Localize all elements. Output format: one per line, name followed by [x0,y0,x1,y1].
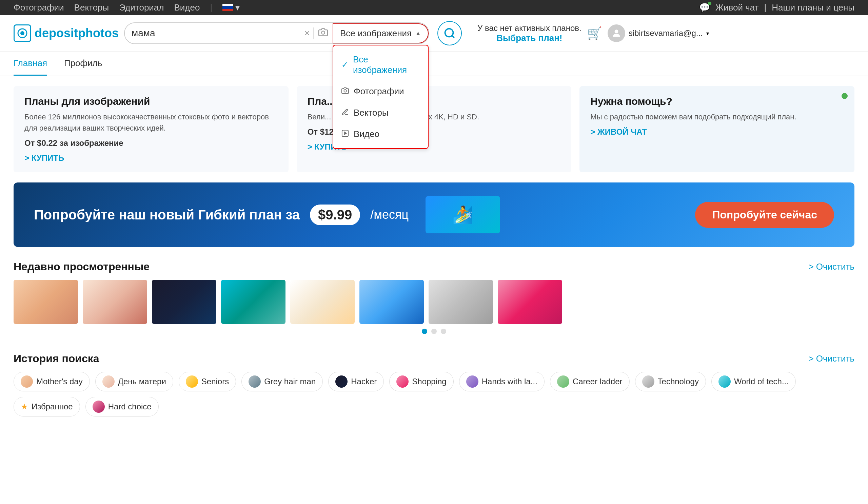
dot-3[interactable] [441,329,446,334]
help-online-dot [841,93,848,99]
chip-label-6: Hands with la... [482,377,537,386]
svg-point-2 [321,31,324,34]
promo-banner: Попробуйте наш новый Гибкий план за $9.9… [13,183,855,247]
user-menu[interactable]: sibirtsevamaria@g... ▾ [608,24,709,42]
header: depositphotos × Все изображения ▲ ✓ Все … [0,15,868,52]
chip-label-5: Shopping [412,377,446,386]
chip-den-materi[interactable]: День матери [95,372,173,391]
nav-vectors[interactable]: Векторы [74,2,109,13]
svg-point-6 [445,29,453,37]
plan-buy-link[interactable]: Выбрать план! [496,33,562,43]
cart-icon[interactable]: 🛒 [587,26,602,40]
banner-cta-button[interactable]: Попробуйте сейчас [695,202,834,228]
card-images: Планы для изображений Более 126 миллионо… [13,86,289,172]
svg-marker-5 [344,132,347,134]
card-help-chat-link[interactable]: > ЖИВОЙ ЧАТ [590,127,647,136]
recently-viewed-section: Недавно просмотренные > Очистить [0,257,868,349]
svg-line-7 [452,35,454,38]
nav-home[interactable]: Главная [13,52,47,76]
logo-text: depositphotos [34,26,119,40]
dot-1[interactable] [422,329,427,334]
card-images-title: Планы для изображений [24,96,278,107]
chip-thumb-9 [642,376,654,388]
thumbnail-3[interactable] [152,280,216,324]
thumbnail-5[interactable] [290,280,355,324]
chip-hacker[interactable]: Hacker [328,372,384,391]
chip-label-10: Избранное [32,402,73,411]
chip-label-8: Technology [658,377,699,386]
recently-viewed-header: Недавно просмотренные > Очистить [13,260,855,273]
search-history-clear-link[interactable]: > Очистить [808,353,855,364]
nav-video[interactable]: Видео [174,2,200,13]
nav-profile[interactable]: Профиль [64,52,102,76]
search-history-title: История поиска [13,352,99,365]
thumbnail-1[interactable] [13,280,78,324]
search-button[interactable] [437,21,462,45]
chip-mothers-day[interactable]: Mother's day [13,372,90,391]
check-icon: ✓ [341,60,348,70]
chat-icon-area: 💬 [699,2,710,13]
chip-hands[interactable]: Hands with la... [459,372,545,391]
banner-image: 🏄 [425,196,500,233]
dropdown-item-photos[interactable]: Фотографии [333,81,428,102]
chip-technology[interactable]: Technology [635,372,706,391]
card-help-content: Нужна помощь? Мы с радостью поможем вам … [590,96,796,163]
chip-label-11: Hard choice [108,402,152,411]
thumbnail-2[interactable] [83,280,147,324]
nav-photos[interactable]: Фотографии [13,2,64,13]
thumbnail-7[interactable] [428,280,493,324]
flag-icon [223,4,233,11]
plan-status-text: У вас нет активных планов. [477,23,581,33]
card-help-title: Нужна помощь? [590,96,796,107]
chip-thumb-12 [93,401,105,413]
search-type-selector[interactable]: Все изображения ▲ [333,23,428,43]
nav-separator: | [764,2,767,13]
chip-shopping[interactable]: Shopping [389,372,453,391]
chevron-down-icon: ▾ [235,2,240,13]
thumbnail-4[interactable] [221,280,286,324]
thumbnail-8[interactable] [498,280,562,324]
thumbnail-6[interactable] [359,280,424,324]
history-chips: Mother's day День матери Seniors Grey ha… [13,372,855,416]
top-navigation: Фотографии Векторы Эдиториал Видео | ▾ 💬… [0,0,868,15]
chip-label-7: Career ladder [573,377,622,386]
dropdown-item-all[interactable]: ✓ Все изображения [333,49,428,81]
banner-price: $9.99 [310,205,360,225]
plans-link[interactable]: Наши планы и цены [772,2,855,13]
camera-icon [341,86,349,97]
chip-grey-hair[interactable]: Grey hair man [241,372,323,391]
search-type-wrapper: Все изображения ▲ ✓ Все изображения [333,23,428,43]
dot-2[interactable] [431,329,437,334]
chip-career[interactable]: Career ladder [550,372,630,391]
banner-text: Попробуйте наш новый Гибкий план за [34,207,300,223]
recently-viewed-clear-link[interactable]: > Очистить [808,261,855,272]
chip-hard-choice[interactable]: Hard choice [85,397,159,416]
search-clear-button[interactable]: × [301,28,313,39]
svg-point-1 [20,31,24,35]
card-help-desc: Мы с радостью поможем вам подобрать подх… [590,111,796,122]
dropdown-item-vectors[interactable]: Векторы [333,102,428,123]
user-email: sibirtsevamaria@g... [629,29,703,38]
logo-icon [13,24,31,42]
chip-thumb-3 [186,376,198,388]
selector-chevron-icon: ▲ [415,30,421,37]
plan-info: У вас нет активных планов. Выбрать план! [477,23,581,43]
logo[interactable]: depositphotos [13,24,119,42]
search-input[interactable] [125,23,301,43]
chip-thumb-5 [335,376,348,388]
chip-world-of-tech[interactable]: World of tech... [711,372,796,391]
card-images-buy-link[interactable]: > КУПИТЬ [24,153,64,163]
dropdown-label-video: Видео [354,129,380,140]
chip-favorites[interactable]: ★ Избранное [13,397,80,416]
language-selector[interactable]: ▾ [223,2,240,13]
dropdown-label-photos: Фотографии [354,86,404,97]
promo-cards: Планы для изображений Более 126 миллионо… [0,76,868,183]
live-chat-link[interactable]: Живой чат [715,2,759,13]
chip-label-2: Seniors [202,377,229,386]
camera-search-icon[interactable] [313,28,333,39]
dropdown-item-video[interactable]: Видео [333,123,428,145]
nav-editorial[interactable]: Эдиториал [119,2,164,13]
search-history-header: История поиска > Очистить [13,352,855,365]
chip-thumb-8 [557,376,569,388]
chip-seniors[interactable]: Seniors [179,372,236,391]
